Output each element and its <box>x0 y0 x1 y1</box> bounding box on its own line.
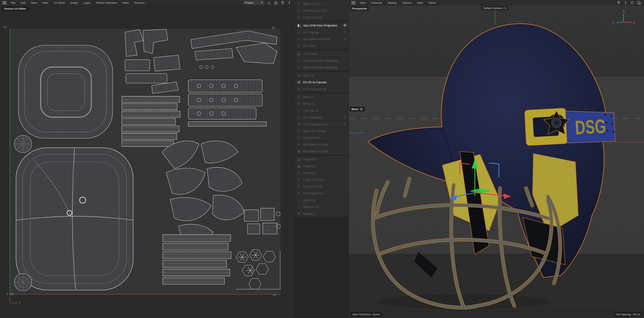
menu-hamburger-icon[interactable] <box>351 1 356 4</box>
menu-item-mirror-v[interactable]: ⊟Mirror V <box>294 100 348 107</box>
menubar-item-options[interactable]: Options <box>400 1 414 4</box>
menu-hamburger-icon[interactable] <box>2 1 6 4</box>
menubar-item-view[interactable]: View <box>357 1 368 4</box>
uv-axis-v-label: V <box>6 292 8 295</box>
camera-label-chip[interactable]: Default Camera <box>482 6 508 10</box>
menu-item-paste-uv[interactable]: ▦Paste UV <box>294 163 348 169</box>
menu-item-label: Paste UV <box>303 164 348 168</box>
menu-item-label: UV Straighten <box>303 116 343 119</box>
menu-item-label: Clear UV Pins <box>303 16 348 19</box>
uv-corner-0-0: 0,0 <box>10 292 14 295</box>
menu-item-label: Line Up UV <box>303 109 348 112</box>
menubar-item-panel[interactable]: Panel <box>426 1 438 4</box>
menu-item-store-uv[interactable]: ↓Store UV <box>294 197 348 203</box>
menubar-item-cameras[interactable]: Cameras <box>368 1 385 4</box>
menu-item-reset-uv[interactable]: ↺Reset UV <box>294 169 348 176</box>
view-label-chip[interactable]: Perspective <box>350 6 369 11</box>
menu-item-uv-straighten[interactable]: ≡UV Straighten⚙ <box>294 114 348 121</box>
uv-gizmo-u-line <box>10 303 18 303</box>
uv-command-panel: ⊤Add UV Pins ⊥Remove UV Pins ×Clear UV P… <box>294 0 349 318</box>
camera-swap-icon <box>503 7 506 10</box>
settings-gear-icon[interactable]: ⚙ <box>343 30 346 34</box>
menu-item-set-uvw-from-projection[interactable]: ◧Set UVW from Projection⚙ <box>294 22 348 29</box>
menu-item-uv-unwrap[interactable]: ≋UV Unwrap⚙ <box>294 29 348 35</box>
mirror-u-icon: ◫ <box>294 95 303 99</box>
menubar-item-view[interactable]: View <box>28 1 40 4</box>
dolly-vertical-icon[interactable] <box>623 1 628 5</box>
menubar-item-filter[interactable]: Filter <box>40 1 51 4</box>
cricket-helmet-model[interactable]: DSG <box>357 10 644 310</box>
settings-gear-icon[interactable]: ⚙ <box>343 122 346 126</box>
store-icon: ↓ <box>294 198 303 202</box>
viewport-3d[interactable]: DSG <box>349 6 644 310</box>
menu-item-stop-interactive-mapping[interactable]: ⊘Stop Interactive Mapping <box>294 64 348 71</box>
menu-item-uv-weld[interactable]: [{UV Weld <box>294 42 348 49</box>
menu-item-boundary-to-circle[interactable]: ⊚Boundary to Circle <box>294 141 348 148</box>
pan-hand-icon[interactable] <box>616 1 621 5</box>
menu-item-cycle-uv-ccw[interactable]: ↶Cycle UV CCW <box>294 176 348 183</box>
settings-gear-icon[interactable]: ⚙ <box>343 23 346 28</box>
menu-item-restore-uv[interactable]: ↑Restore UV <box>294 203 348 210</box>
menu-item-add-uv-pins[interactable]: ⊤Add UV Pins <box>294 1 348 7</box>
menu-item-uv-peeler[interactable]: ▤UV Peeler <box>294 50 348 57</box>
menu-item-label: Start Interactive Mapping <box>303 59 348 62</box>
helmet-logo-text: DSG <box>574 115 606 139</box>
menu-item-max-uv[interactable]: ⊠Max UV <box>294 72 348 79</box>
menu-item-boundary-to-quad[interactable]: ▣Boundary to Quad <box>294 148 348 154</box>
menu-item-label: Remove UV Pins <box>303 9 348 12</box>
uv-canvas[interactable] <box>10 29 280 294</box>
orbit-rotate-icon[interactable] <box>630 1 635 5</box>
menu-item-clear-uv-pins[interactable]: ×Clear UV Pins <box>294 14 348 21</box>
menubar-item-file[interactable]: File <box>8 1 18 4</box>
uv-editor-tab[interactable]: Texture UV Editor <box>2 6 28 11</box>
rectangularize-icon: ⊞ <box>294 122 303 126</box>
menubar-item-texture-selection[interactable]: Texture Selection <box>93 1 120 4</box>
menu-item-line-up-uv[interactable]: ▭Line Up UV <box>294 107 348 114</box>
menubar-item-edit[interactable]: Edit <box>18 1 28 4</box>
scroll-vertical-icon[interactable] <box>287 1 292 5</box>
menu-item-remap[interactable]: ⚒Remap... <box>294 210 348 217</box>
settings-gear-icon[interactable]: ⚙ <box>343 37 346 41</box>
menu-item-label: Cycle UV CW <box>303 185 348 188</box>
uv-corner-0-1: 0,1 <box>3 26 7 29</box>
menu-item-label: Boundary to Circle <box>303 143 348 146</box>
weld-icon: [{ <box>294 44 303 48</box>
remap-icon: ⚒ <box>294 212 303 216</box>
menu-item-copy-uv[interactable]: ▥Copy UV <box>294 156 348 162</box>
menu-item-fit-canvas-to-uv[interactable]: ⊞Fit Canvas to UV <box>294 86 348 92</box>
menu-item-uv-weld-and-relax[interactable]: ⊂UV Weld and Relax⚙ <box>294 36 348 42</box>
clear-pins-icon: × <box>294 16 303 19</box>
maximize-window-icon[interactable] <box>636 1 642 5</box>
menu-item-flip-sequence[interactable]: ⇅Flip Sequence <box>294 190 348 196</box>
menu-item-fit-uv-to-canvas[interactable]: ⊡Fit UV to Canvas <box>294 79 348 85</box>
menubar-item-layer[interactable]: Layer <box>81 1 93 4</box>
menu-item-label: Unstitch UV <box>303 136 348 139</box>
menubar-item-image[interactable]: Image <box>68 1 81 4</box>
menubar-item-uv-mesh[interactable]: UV Mesh <box>51 1 68 4</box>
menu-item-unstitch-uv[interactable]: ⊏Unstitch UV <box>294 134 348 141</box>
settings-gear-icon[interactable]: ⚙ <box>343 115 346 120</box>
menubar-item-filter[interactable]: Filter <box>414 1 426 4</box>
menu-item-label: Align UV Islands <box>303 129 348 133</box>
axis-orientation-gizmo[interactable]: Y Z X <box>611 10 636 28</box>
project-mode-dropdown[interactable]: Project <box>243 1 265 5</box>
lock-icon[interactable] <box>274 1 278 5</box>
restore-icon: ↑ <box>294 205 303 209</box>
line-up-icon: ▭ <box>294 109 303 113</box>
menubar-item-display[interactable]: Display <box>385 1 400 4</box>
menu-item-uv-rectangularize[interactable]: ⊞UV Rectangularize⚙ <box>294 121 348 127</box>
menu-item-label: Fit Canvas to UV <box>303 87 348 91</box>
menu-item-label: Set UVW from Projection <box>303 24 343 27</box>
straighten-icon: ≡ <box>294 115 303 119</box>
menu-item-align-uv-islands[interactable]: ↻Align UV Islands <box>294 128 348 134</box>
histogram-icon[interactable] <box>266 1 272 5</box>
menu-item-start-interactive-mapping[interactable]: ▷Start Interactive Mapping <box>294 57 348 64</box>
view-transform-label: View Transform: Scene <box>350 312 382 317</box>
pan-hand-icon[interactable] <box>280 1 285 5</box>
menu-item-mirror-u[interactable]: ◫Mirror U <box>294 94 348 100</box>
menu-item-remove-uv-pins[interactable]: ⊥Remove UV Pins <box>294 7 348 14</box>
move-cursor-icon <box>360 107 363 111</box>
menubar-item-textures[interactable]: Textures <box>131 1 147 4</box>
menubar-item-paint[interactable]: Paint <box>120 1 131 4</box>
menu-item-cycle-uv-cw[interactable]: ↷Cycle UV CW <box>294 183 348 190</box>
